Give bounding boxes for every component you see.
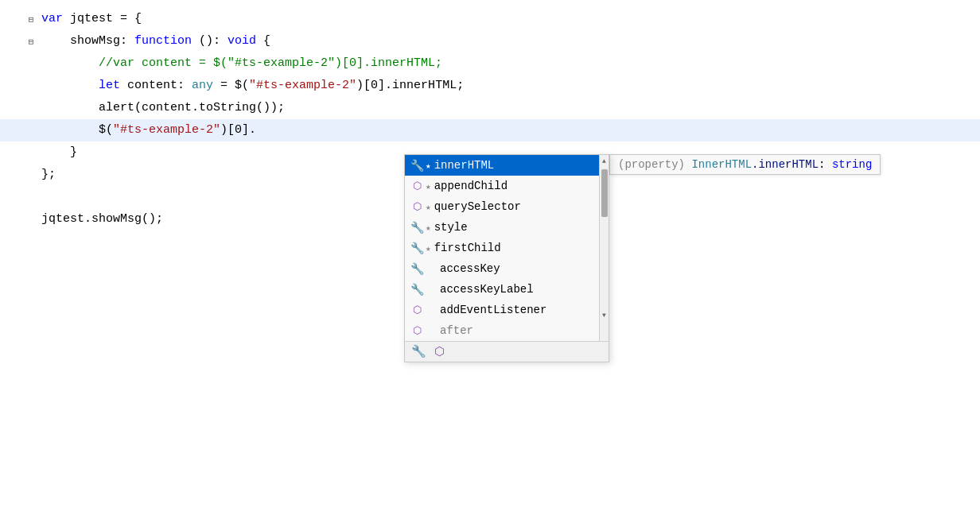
autocomplete-label-6: accessKeyLabel	[440, 283, 596, 296]
info-tooltip: (property) InnerHTML.innerHTML: string	[609, 154, 881, 175]
line-content-4: let content: any = $("#ts-example-2")[0]…	[38, 75, 464, 97]
star-icon-2: ★	[426, 202, 431, 212]
footer-wrench-icon: 🔧	[411, 344, 426, 359]
line-content-6: $("#ts-example-2")[0].	[38, 119, 256, 141]
code-line-2: ⊟ showMsg: function (): void {	[0, 30, 980, 52]
tooltip-type-name: InnerHTML	[691, 158, 752, 171]
line-content-2: showMsg: function (): void {	[38, 30, 270, 52]
wrench-icon-6: 🔧	[408, 283, 426, 296]
autocomplete-label-2: querySelector	[434, 200, 596, 213]
editor-area: ⊟var jqtest = {⊟ showMsg: function (): v…	[0, 0, 980, 515]
autocomplete-item-6[interactable]: 🔧accessKeyLabel	[405, 279, 599, 300]
line-content-5: alert(content.toString());	[38, 97, 285, 119]
autocomplete-item-5[interactable]: 🔧accessKey	[405, 258, 599, 279]
wrench-icon-5: 🔧	[408, 262, 426, 276]
autocomplete-label-1: appendChild	[434, 180, 596, 192]
fold-icon-1[interactable]: ⊟	[24, 14, 38, 25]
dropdown-footer: 🔧 ⬡	[405, 341, 609, 362]
code-line-1: ⊟var jqtest = {	[0, 8, 980, 30]
star-icon-4: ★	[426, 243, 431, 254]
cube-icon-1: ⬡	[408, 180, 426, 192]
star-icon-3: ★	[426, 223, 431, 233]
autocomplete-label-7: addEventListener	[440, 304, 596, 316]
autocomplete-item-8[interactable]: ⬡after	[405, 320, 599, 341]
autocomplete-item-4[interactable]: 🔧★ firstChild	[405, 238, 599, 258]
autocomplete-item-3[interactable]: 🔧★ style	[405, 217, 599, 238]
tooltip-type: string	[832, 158, 872, 171]
tooltip-colon: :	[819, 158, 832, 171]
autocomplete-label-8: after	[440, 324, 596, 337]
scroll-down-arrow[interactable]: ▼	[600, 309, 609, 320]
cube-icon-2: ⬡	[408, 200, 426, 213]
autocomplete-label-0: innerHTML	[434, 159, 596, 172]
cube-icon-7: ⬡	[408, 304, 426, 316]
autocomplete-item-2[interactable]: ⬡★ querySelector	[405, 196, 599, 217]
star-icon-0: ★	[426, 161, 431, 171]
line-content-9	[38, 186, 49, 208]
autocomplete-dropdown[interactable]: 🔧★ innerHTML⬡★ appendChild⬡★ querySelect…	[404, 154, 609, 362]
autocomplete-label-4: firstChild	[434, 242, 596, 254]
dropdown-scrollbar[interactable]: ▲ ▼	[599, 155, 609, 341]
wrench-icon-4: 🔧	[408, 242, 426, 255]
fold-icon-2[interactable]: ⊟	[24, 37, 38, 47]
code-line-6: $("#ts-example-2")[0].	[0, 119, 980, 141]
line-content-10: jqtest.showMsg();	[38, 208, 163, 230]
tooltip-property-label: (property)	[618, 158, 691, 171]
autocomplete-item-1[interactable]: ⬡★ appendChild	[405, 176, 599, 196]
autocomplete-label-5: accessKey	[440, 262, 596, 275]
code-line-3: //var content = $("#ts-example-2")[0].in…	[0, 52, 980, 75]
star-icon-1: ★	[426, 181, 431, 192]
footer-cube-icon: ⬡	[434, 344, 445, 359]
tooltip-prop-name: .innerHTML	[752, 158, 819, 171]
autocomplete-label-3: style	[434, 221, 596, 234]
cube-icon-8: ⬡	[408, 324, 426, 337]
scroll-up-arrow[interactable]: ▲	[600, 155, 609, 166]
autocomplete-item-0[interactable]: 🔧★ innerHTML	[405, 155, 599, 176]
line-content-8: };	[38, 164, 56, 186]
line-content-1: var jqtest = {	[38, 8, 142, 30]
scrollbar-thumb[interactable]	[601, 169, 608, 217]
code-line-5: alert(content.toString());	[0, 97, 980, 119]
autocomplete-list: 🔧★ innerHTML⬡★ appendChild⬡★ querySelect…	[405, 155, 599, 341]
line-content-3: //var content = $("#ts-example-2")[0].in…	[38, 52, 442, 75]
code-line-4: let content: any = $("#ts-example-2")[0]…	[0, 75, 980, 97]
line-content-7: }	[38, 141, 77, 164]
wrench-icon-3: 🔧	[408, 221, 426, 234]
autocomplete-item-7[interactable]: ⬡addEventListener	[405, 300, 599, 320]
wrench-icon-0: 🔧	[408, 159, 426, 172]
